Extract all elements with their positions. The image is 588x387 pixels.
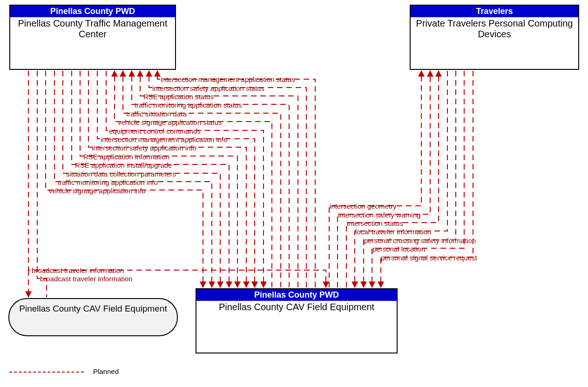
flow-label: personal crossing safety information [364,237,476,244]
flow-label: intersection geometry [330,203,396,210]
flow-label: intersection management application info [101,136,228,143]
flow-label: personal signal service request [381,254,477,261]
entity-tmc: Pinellas County PWD Pinellas County Traf… [9,5,176,70]
flow-label: traffic situation data [126,110,187,117]
legend-label: Planned [93,367,119,375]
flow-label: traffic monitoring application status [135,102,242,109]
legend-line [9,372,84,373]
flow-label: intersection management application stat… [161,76,295,83]
flow-label: intersection safety application status [152,85,264,92]
flow-label: traffic monitoring application info [58,179,158,186]
flow-label: intersection status [347,220,403,227]
flow-label: broadcast traveler information [32,267,124,274]
entity-travelers-header: Travelers [411,6,578,17]
entity-cav-field-box-header: Pinellas County PWD [196,289,397,301]
flow-label: RSE application install/upgrade [75,162,172,169]
flow-label: intersection safety warning [338,211,421,218]
flow-label: intersection safety application info [92,144,196,151]
entity-travelers: Travelers Private Travelers Personal Com… [410,5,579,70]
entity-travelers-title: Private Travelers Personal Computing Dev… [411,17,578,41]
flow-label: local traveler information [355,228,431,235]
entity-tmc-title: Pinellas County Traffic Management Cente… [10,17,175,41]
entity-tmc-header: Pinellas County PWD [10,6,175,17]
flow-label: personal location [372,245,425,252]
flow-label: situation data collection parameters [66,170,176,177]
flow-label: vehicle signage application status [118,119,222,126]
flow-label: RSE application information [83,153,169,160]
entity-cav-field-box: Pinellas County PWD Pinellas County CAV … [196,288,398,353]
entity-cav-field-box-title: Pinellas County CAV Field Equipment [196,301,397,313]
flow-label: equipment control commands [109,128,201,135]
entity-cav-field-oval-title: Pinellas County CAV Field Equipment [15,299,171,315]
entity-cav-field-oval: Pinellas County CAV Field Equipment [8,298,178,336]
flow-label: RSE application status [143,93,214,100]
flow-label: broadcast traveler information [40,275,132,282]
flow-label: vehicle signage application info [49,187,146,194]
